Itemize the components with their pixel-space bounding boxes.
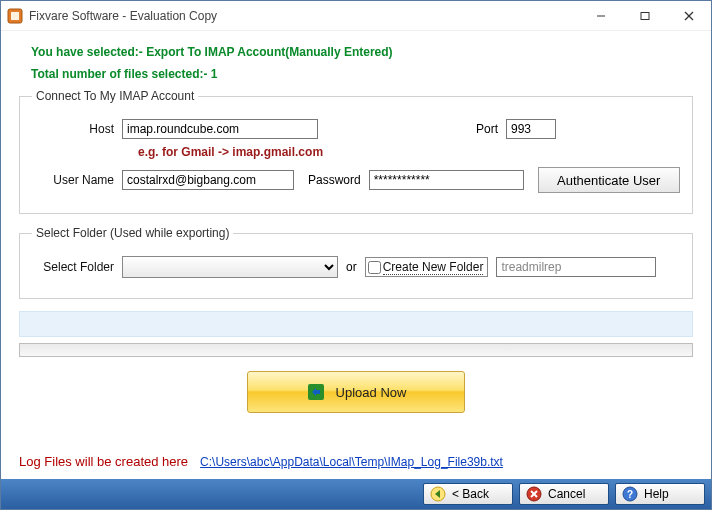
log-file-link[interactable]: C:\Users\abc\AppData\Local\Temp\IMap_Log…: [200, 455, 503, 469]
folder-group-legend: Select Folder (Used while exporting): [32, 226, 233, 240]
password-input[interactable]: [369, 170, 524, 190]
help-icon: ?: [622, 486, 638, 502]
host-label: Host: [32, 122, 114, 136]
upload-now-button[interactable]: Upload Now: [247, 371, 465, 413]
log-line: Log Files will be created here C:\Users\…: [19, 454, 503, 469]
port-input[interactable]: [506, 119, 556, 139]
app-window: Fixvare Software - Evaluation Copy You h…: [0, 0, 712, 510]
window-title: Fixvare Software - Evaluation Copy: [29, 9, 579, 23]
app-icon: [7, 8, 23, 24]
progress-bar: [19, 343, 693, 357]
port-label: Port: [458, 122, 498, 136]
minimize-button[interactable]: [579, 1, 623, 30]
back-icon: [430, 486, 446, 502]
create-new-folder-option[interactable]: Create New Folder: [365, 257, 489, 277]
password-label: Password: [308, 173, 361, 187]
info-line-2: Total number of files selected:- 1: [31, 67, 693, 81]
create-new-folder-checkbox[interactable]: [368, 261, 381, 274]
help-button-label: Help: [644, 487, 669, 501]
content-area: You have selected:- Export To IMAP Accou…: [1, 31, 711, 479]
svg-text:?: ?: [627, 489, 633, 500]
folder-group: Select Folder (Used while exporting) Sel…: [19, 226, 693, 299]
back-button[interactable]: < Back: [423, 483, 513, 505]
upload-icon: [306, 382, 326, 402]
imap-group: Connect To My IMAP Account Host Port e.g…: [19, 89, 693, 214]
host-input[interactable]: [122, 119, 318, 139]
svg-rect-3: [641, 12, 649, 19]
cancel-button[interactable]: Cancel: [519, 483, 609, 505]
close-button[interactable]: [667, 1, 711, 30]
maximize-button[interactable]: [623, 1, 667, 30]
status-bar: [19, 311, 693, 337]
svg-rect-1: [11, 12, 19, 20]
titlebar: Fixvare Software - Evaluation Copy: [1, 1, 711, 31]
select-folder-label: Select Folder: [32, 260, 114, 274]
back-button-label: < Back: [452, 487, 489, 501]
host-hint: e.g. for Gmail -> imap.gmail.com: [138, 145, 680, 159]
imap-group-legend: Connect To My IMAP Account: [32, 89, 198, 103]
authenticate-button[interactable]: Authenticate User: [538, 167, 680, 193]
create-new-folder-label: Create New Folder: [383, 260, 484, 275]
select-folder-dropdown[interactable]: [122, 256, 338, 278]
username-input[interactable]: [122, 170, 294, 190]
new-folder-name-input[interactable]: [496, 257, 656, 277]
footer-bar: < Back Cancel ? Help: [1, 479, 711, 509]
or-label: or: [346, 260, 357, 274]
upload-button-label: Upload Now: [336, 385, 407, 400]
log-label: Log Files will be created here: [19, 454, 188, 469]
cancel-button-label: Cancel: [548, 487, 585, 501]
cancel-icon: [526, 486, 542, 502]
help-button[interactable]: ? Help: [615, 483, 705, 505]
info-line-1: You have selected:- Export To IMAP Accou…: [31, 45, 693, 59]
username-label: User Name: [32, 173, 114, 187]
